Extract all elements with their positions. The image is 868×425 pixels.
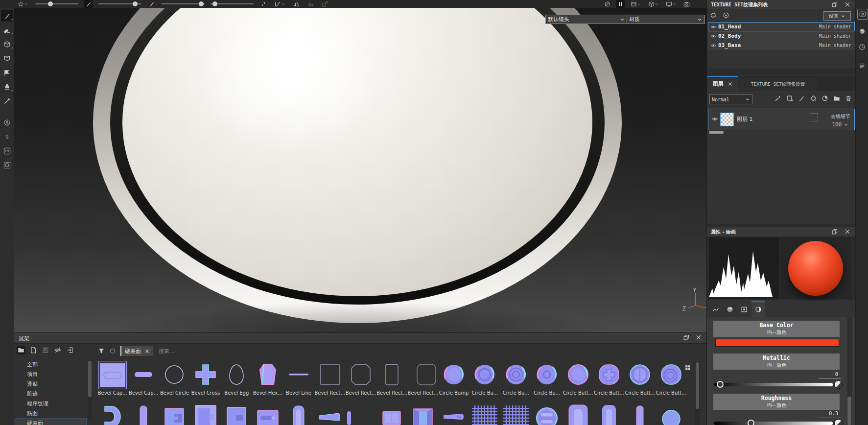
asset-thumbnail[interactable] xyxy=(192,404,219,425)
material-preview[interactable] xyxy=(780,237,851,299)
asset-thumbnail[interactable] xyxy=(285,404,312,425)
remove-filter-icon[interactable] xyxy=(144,349,150,354)
asset-thumbnail[interactable] xyxy=(626,404,654,425)
asset-thumbnail[interactable] xyxy=(471,361,498,389)
asset-thumbnail[interactable] xyxy=(409,361,437,389)
add-group-folder-icon[interactable] xyxy=(833,95,840,102)
tab-layers[interactable]: 图层 xyxy=(707,76,738,91)
asset-thumbnail[interactable] xyxy=(409,404,437,425)
solo-visibility-icon[interactable] xyxy=(723,12,729,19)
layer-row[interactable]: 图层 1 去线细节 100 xyxy=(708,109,855,130)
texture-set-row[interactable]: 03_BaseMain shader xyxy=(708,41,855,50)
category-selected[interactable]: 硬表面 xyxy=(15,419,87,425)
display-mode-select[interactable]: 材质 xyxy=(627,15,705,24)
brush-alpha-preview[interactable] xyxy=(709,237,779,299)
asset-thumbnail[interactable] xyxy=(595,404,623,425)
blend-mode-select[interactable]: Normal xyxy=(709,94,752,104)
asset-thumbnail[interactable] xyxy=(440,404,468,425)
popout-icon[interactable] xyxy=(831,1,838,8)
shelf-hidden-icon[interactable] xyxy=(53,346,62,354)
slider-reset-icon[interactable] xyxy=(834,380,843,389)
visibility-eye-icon[interactable] xyxy=(710,42,716,48)
mesh-view-icon[interactable] xyxy=(647,0,660,8)
brush-settings-tab[interactable] xyxy=(709,301,722,317)
slider-reset-icon[interactable] xyxy=(834,419,843,425)
search-input[interactable] xyxy=(158,348,306,355)
add-effect-wand-icon[interactable] xyxy=(774,95,781,102)
brush-flow-icon[interactable] xyxy=(147,0,156,8)
clone-stamp-tool[interactable] xyxy=(1,81,13,93)
asset-thumbnail[interactable] xyxy=(161,404,188,425)
asset-thumbnail[interactable] xyxy=(378,361,405,389)
shader-sphere-icon[interactable] xyxy=(857,26,867,36)
symmetry-icon[interactable] xyxy=(292,0,301,8)
substance-plugin[interactable] xyxy=(1,131,13,142)
roughness-slider[interactable] xyxy=(714,419,843,425)
brush-spacing-slider[interactable] xyxy=(211,1,254,7)
symmetry-settings-icon[interactable] xyxy=(306,0,315,8)
layer-thumbnail[interactable] xyxy=(720,113,734,126)
asset-thumbnail[interactable] xyxy=(223,361,250,389)
asset-thumbnail[interactable] xyxy=(564,361,592,389)
close-icon[interactable] xyxy=(844,228,851,235)
layer-opacity-control[interactable]: 100 xyxy=(832,122,848,127)
asset-thumbnail[interactable] xyxy=(378,404,405,425)
close-icon[interactable] xyxy=(844,1,851,8)
sync-icon[interactable] xyxy=(710,12,717,19)
metallic-value[interactable]: 0 xyxy=(809,371,838,377)
stencil-tab[interactable] xyxy=(737,301,751,317)
shelf-save-icon[interactable] xyxy=(41,346,50,354)
texture-set-row[interactable]: 01_HeadMain shader xyxy=(708,22,855,31)
camera-select[interactable]: 默认镜头 xyxy=(545,15,628,24)
brush-opacity-slider[interactable] xyxy=(98,1,141,7)
log-list-icon[interactable] xyxy=(857,61,867,71)
layer-mask-placeholder[interactable] xyxy=(810,113,818,121)
category-item[interactable]: 程序纹理 xyxy=(15,399,87,409)
asset-thumbnail[interactable] xyxy=(130,361,157,389)
jitter-dots-icon[interactable] xyxy=(259,0,268,8)
asset-thumbnail[interactable] xyxy=(564,404,592,425)
category-item[interactable]: 透贴 xyxy=(15,379,87,389)
filter-tag[interactable]: 硬表面 xyxy=(120,346,153,356)
shelf-import-icon[interactable] xyxy=(66,346,74,354)
asset-thumbnail[interactable] xyxy=(254,404,282,425)
close-icon[interactable] xyxy=(695,334,702,341)
projection-transform-icon[interactable] xyxy=(321,0,329,8)
resource-updater-plugin[interactable] xyxy=(1,159,13,171)
color-picker-tool[interactable] xyxy=(1,95,13,107)
polygon-fill-tool[interactable] xyxy=(1,52,13,64)
camera-icon[interactable] xyxy=(682,0,691,8)
shelf-scrollbar[interactable] xyxy=(695,361,700,425)
render-view-icon[interactable] xyxy=(665,0,678,8)
asset-thumbnail[interactable] xyxy=(626,361,654,389)
alpha-tab[interactable] xyxy=(723,301,736,317)
falloff-curve-icon[interactable] xyxy=(274,0,286,8)
viewport-split-icon[interactable] xyxy=(630,0,642,8)
brush-preset-icon[interactable] xyxy=(84,0,93,8)
display-settings-icon[interactable] xyxy=(857,9,868,20)
refresh-icon[interactable] xyxy=(109,348,116,354)
category-item[interactable]: 贴图 xyxy=(15,409,87,419)
asset-thumbnail[interactable] xyxy=(192,361,219,389)
visibility-eye-icon[interactable] xyxy=(710,24,716,30)
asset-thumbnail[interactable] xyxy=(347,361,375,389)
asset-thumbnail[interactable] xyxy=(533,361,561,389)
delete-layer-icon[interactable] xyxy=(845,95,852,102)
base-color-header[interactable]: Base Color 均一颜色 xyxy=(713,321,840,337)
asset-thumbnail[interactable] xyxy=(316,404,343,425)
roughness-value[interactable]: 0.3 xyxy=(809,410,838,416)
category-item[interactable]: 全部 xyxy=(15,360,87,370)
material-tab[interactable] xyxy=(751,301,765,317)
add-paint-layer-icon[interactable] xyxy=(798,95,805,102)
lasso-star-tool-icon[interactable] xyxy=(17,0,29,8)
asset-thumbnail[interactable] xyxy=(657,361,685,389)
visibility-eye-icon[interactable] xyxy=(710,33,716,39)
asset-thumbnail[interactable] xyxy=(223,404,250,425)
asset-thumbnail[interactable] xyxy=(347,404,375,425)
overlay-off-icon[interactable] xyxy=(603,0,611,8)
properties-scrollbar[interactable] xyxy=(847,317,852,425)
asset-thumbnail[interactable] xyxy=(657,404,685,425)
substance-gear-plugin[interactable] xyxy=(1,117,13,128)
texture-set-row[interactable]: 02_BodyMain shader xyxy=(708,31,855,41)
add-fill-layer-icon[interactable] xyxy=(786,95,793,102)
